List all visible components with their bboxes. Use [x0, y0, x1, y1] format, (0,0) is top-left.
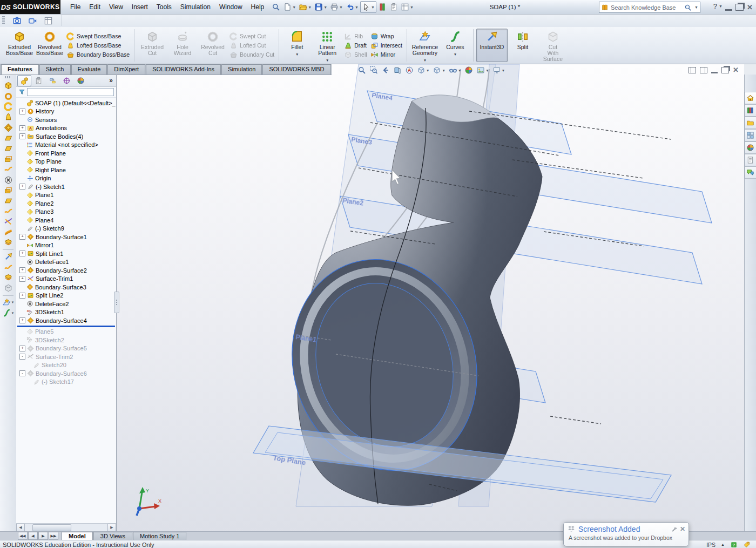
wrap-button[interactable]: Wrap	[370, 32, 402, 40]
tree-item-boundary-surface2[interactable]: +Boundary-Surface2	[16, 266, 116, 275]
minimize-button[interactable]	[725, 3, 732, 11]
tree-item-plane1[interactable]: Plane1	[16, 191, 116, 200]
help-button[interactable]: ?	[713, 2, 717, 10]
zoom-to-area-button[interactable]	[368, 65, 379, 75]
boundary-surface-button[interactable]	[4, 123, 13, 132]
display-style-button[interactable]: ▼	[431, 65, 446, 75]
tree-item-annotations[interactable]: +AAnnotations	[16, 124, 116, 133]
thicken-button[interactable]	[4, 238, 13, 247]
search-button[interactable]	[271, 2, 281, 12]
tree-item-plane3[interactable]: Plane3	[16, 208, 116, 217]
tree-item-boundary-surface5[interactable]: +Boundary-Surface5	[16, 344, 116, 353]
prev-tab-button[interactable]: ◀	[28, 532, 38, 540]
expand-toggle[interactable]: +	[19, 251, 25, 256]
tree-item-deleteface1[interactable]: DeleteFace1	[16, 258, 116, 267]
menu-window[interactable]: Window	[215, 1, 247, 14]
scrollbar-thumb[interactable]	[32, 524, 71, 531]
expand-toggle[interactable]: -	[19, 370, 25, 376]
ruled-surface-button[interactable]	[4, 165, 13, 174]
save-button[interactable]: ▼	[313, 2, 328, 12]
tree-item--sketch17[interactable]: (-) Sketch17	[16, 378, 116, 387]
annotation-views-button[interactable]: A	[404, 65, 415, 75]
tab-evaluate[interactable]: Evaluate	[71, 64, 107, 75]
menu-view[interactable]: View	[105, 1, 127, 14]
revolved-boss-button[interactable]: RevolvedBoss/Base	[35, 29, 65, 62]
tree-item-surface-bodies-4-[interactable]: +Surface Bodies(4)	[16, 132, 116, 141]
tree-item-soap-1-default-default-[interactable]: SOAP (1) (Default<<Default>_	[16, 99, 116, 107]
property-manager-tab[interactable]	[31, 75, 45, 86]
tree-item-boundary-surface1[interactable]: +Boundary-Surface1	[16, 233, 116, 241]
split-pane-left-button[interactable]	[688, 67, 696, 73]
filled-surface-button[interactable]	[4, 133, 13, 143]
lofted-boss-button[interactable]: Lofted Boss/Base	[66, 42, 130, 50]
tree-item-boundary-surface4[interactable]: +Boundary-Surface4	[16, 316, 116, 325]
graphics-area[interactable]: Plane4 Plane3 Plane2 Plane1 Top Plane Y …	[116, 64, 744, 531]
tag-icon[interactable]	[743, 541, 751, 548]
expand-toggle[interactable]: +	[19, 184, 25, 190]
tree-item--sketch1[interactable]: +(-) Sketch1	[16, 182, 116, 191]
tree-item-sensors[interactable]: Sensors	[16, 116, 116, 124]
draft-button[interactable]: Draft	[344, 42, 367, 50]
revolved-surface-button[interactable]	[4, 92, 13, 101]
close-button[interactable]: ✕	[747, 4, 753, 10]
tree-item-top-plane[interactable]: Top Plane	[16, 158, 116, 166]
knowledge-base-search[interactable]: Search Knowledge Base ▼	[599, 2, 700, 13]
tree-filter-input[interactable]	[27, 88, 114, 96]
undo-button[interactable]: ▼	[345, 2, 360, 12]
scroll-left-button[interactable]: ◀	[16, 524, 25, 532]
configuration-manager-tab[interactable]	[45, 75, 59, 86]
planar-surface-button[interactable]	[4, 144, 13, 153]
menu-edit[interactable]: Edit	[85, 1, 105, 14]
expand-toggle[interactable]: -	[19, 354, 25, 360]
curves-button[interactable]: Curves▼	[440, 29, 470, 62]
appearances-scenes-button[interactable]	[745, 141, 756, 154]
doc-close-button[interactable]: ✕	[733, 67, 739, 73]
tree-item-mirror1[interactable]: Mirror1	[16, 241, 116, 250]
menu-file[interactable]: File	[66, 1, 85, 14]
delete-face-button[interactable]	[4, 175, 13, 185]
record-video-button[interactable]	[28, 16, 37, 25]
solidworks-resources-button[interactable]	[745, 92, 756, 104]
thickened-cut-button[interactable]	[4, 273, 13, 282]
tree-item-surface-trim2[interactable]: -Surface-Trim2	[16, 353, 116, 361]
capture-settings-button[interactable]	[44, 16, 53, 25]
display-manager-tab[interactable]	[73, 75, 87, 86]
swept-boss-button[interactable]: Swept Boss/Base	[66, 32, 130, 40]
tab-simulation[interactable]: Simulation	[221, 64, 262, 75]
search-icon[interactable]	[684, 4, 692, 11]
expand-toggle[interactable]: +	[19, 234, 25, 240]
untrim-surface-button[interactable]	[4, 196, 13, 205]
rebuild-button[interactable]	[377, 2, 388, 12]
tab-solidworks-add-ins[interactable]: SOLIDWORKS Add-Ins	[146, 64, 221, 75]
screen-capture-button[interactable]	[12, 16, 22, 25]
extruded-boss-button[interactable]: ExtrudedBoss/Base	[4, 29, 35, 62]
previous-view-button[interactable]	[380, 65, 391, 75]
tree-item-deleteface2[interactable]: DeleteFace2	[16, 300, 116, 308]
first-tab-button[interactable]: ◀◀	[18, 532, 28, 540]
last-tab-button[interactable]: ▶▶	[49, 532, 58, 540]
doc-tab-model[interactable]: Model	[62, 532, 93, 540]
extruded-surface-button[interactable]	[4, 81, 13, 90]
tab-sketch[interactable]: Sketch	[39, 64, 71, 75]
solidworks-forum-button[interactable]	[745, 166, 756, 179]
menu-insert[interactable]: Insert	[127, 1, 152, 14]
ref-geometry-button[interactable]: ReferenceGeometry▼	[410, 29, 440, 62]
view-palette-button[interactable]	[745, 129, 756, 141]
expand-toggle[interactable]: +	[19, 293, 25, 299]
design-library-button[interactable]	[745, 104, 756, 117]
tree-item-plane4[interactable]: Plane4	[16, 216, 116, 225]
tree-item--sketch9[interactable]: (-) Sketch9	[16, 225, 116, 233]
trim-surface-button[interactable]	[4, 217, 13, 226]
expand-toggle[interactable]: +	[19, 317, 25, 323]
fillet-button[interactable]: Fillet▼	[282, 29, 312, 62]
tree-item-right-plane[interactable]: Right Plane	[16, 166, 116, 174]
move-face-button[interactable]	[4, 252, 13, 261]
expand-toggle[interactable]: +	[19, 109, 25, 114]
instant3d-button[interactable]: Instant3D	[476, 29, 508, 62]
tree-horizontal-scrollbar[interactable]: ◀ ▶	[16, 523, 116, 531]
reference-geometry-button[interactable]: ▼	[2, 298, 15, 307]
curves-button[interactable]: ▼	[2, 308, 15, 317]
hide-show-items-button[interactable]: ▼	[448, 65, 462, 75]
overflow-chevron[interactable]: »	[109, 77, 113, 84]
dimxpert-manager-tab[interactable]	[59, 75, 73, 86]
